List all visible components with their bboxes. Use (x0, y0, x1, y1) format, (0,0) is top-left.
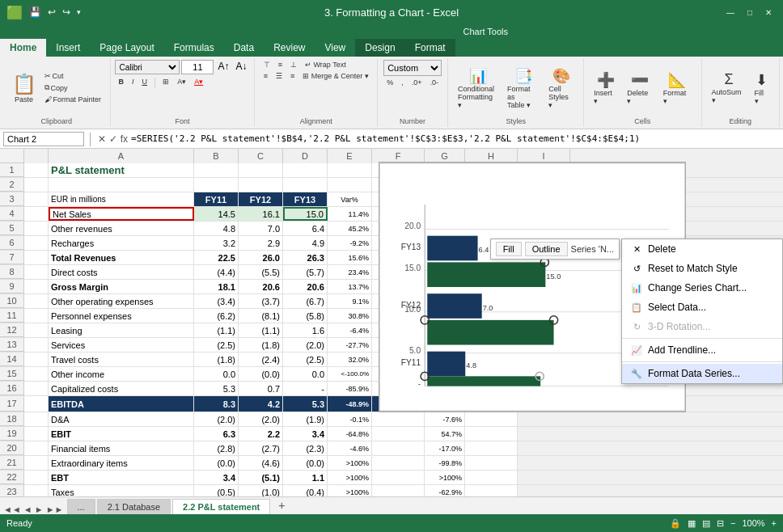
cell-E17[interactable]: 5.3 (283, 396, 328, 412)
row-header-6[interactable]: 6 (0, 236, 24, 250)
cell-A8[interactable] (24, 265, 49, 279)
ctx-select-data[interactable]: 📋 Select Data... (622, 298, 782, 317)
cell-B16[interactable]: Capitalized costs (49, 382, 194, 395)
outline-button[interactable]: Outline (525, 242, 568, 256)
cell-I22[interactable] (465, 471, 518, 484)
cell-B3[interactable]: EUR in millions (49, 192, 194, 206)
cell-E12[interactable]: 1.6 (283, 323, 328, 337)
italic-button[interactable]: I (129, 77, 138, 87)
sheet-tab-database[interactable]: 2.1 Database (97, 499, 171, 514)
tab-insert[interactable]: Insert (46, 39, 90, 57)
cell-A17[interactable] (24, 396, 49, 412)
tab-page-layout[interactable]: Page Layout (90, 39, 163, 57)
ctx-change-chart-type[interactable]: 📊 Change Series Chart... (622, 278, 782, 298)
font-size-input[interactable] (181, 60, 214, 74)
close-button[interactable]: ✕ (760, 8, 777, 17)
cell-C15[interactable]: 0.0 (194, 367, 239, 381)
cell-H22[interactable]: >100% (425, 471, 465, 484)
cell-E13[interactable]: (2.0) (283, 338, 328, 352)
row-header-1[interactable]: 1 (0, 163, 24, 177)
sheet-nav[interactable]: ◄◄ ◄ ► ►► (0, 505, 67, 514)
number-format-select[interactable]: Custom (383, 60, 442, 76)
cell-F12[interactable]: -6.4% (328, 323, 372, 337)
cell-F9[interactable]: 13.7% (328, 280, 372, 293)
cell-E5[interactable]: 6.4 (283, 222, 328, 235)
zoom-out-button[interactable]: − (730, 518, 735, 528)
cell-D2[interactable] (239, 178, 283, 192)
col-header-C[interactable]: C (239, 149, 283, 163)
cell-E21[interactable]: (0.0) (283, 456, 328, 470)
cell-E1[interactable] (283, 163, 328, 177)
cell-I20[interactable] (465, 441, 518, 455)
cell-B18[interactable]: D&A (49, 412, 194, 426)
cell-C13[interactable]: (2.5) (194, 338, 239, 352)
cell-G21[interactable] (372, 456, 425, 470)
row-header-22[interactable]: 22 (0, 471, 24, 484)
cell-C5[interactable]: 4.8 (194, 222, 239, 235)
ctx-delete[interactable]: ✕ Delete (622, 239, 782, 259)
cell-B5[interactable]: Other revenues (49, 222, 194, 235)
cancel-formula-icon[interactable]: ✕ (98, 133, 106, 145)
cell-F5[interactable]: 45.2% (328, 222, 372, 235)
row-header-20[interactable]: 20 (0, 441, 24, 455)
quick-save-icon[interactable]: 💾 (29, 6, 41, 18)
cell-A14[interactable] (24, 353, 49, 366)
tab-view[interactable]: View (315, 39, 355, 57)
tab-data[interactable]: Data (224, 39, 264, 57)
cell-C22[interactable]: 3.4 (194, 471, 239, 484)
cell-D1[interactable] (239, 163, 283, 177)
cell-A21[interactable] (24, 456, 49, 470)
cell-C7[interactable]: 22.5 (194, 251, 239, 264)
cell-E14[interactable]: (2.5) (283, 353, 328, 366)
cell-C10[interactable]: (3.4) (194, 294, 239, 308)
cell-B2[interactable] (49, 178, 194, 192)
cell-D3[interactable]: FY12 (239, 192, 283, 206)
row-header-5[interactable]: 5 (0, 222, 24, 235)
ctx-reset-style[interactable]: ↺ Reset to Match Style (622, 259, 782, 278)
cell-C3[interactable]: FY11 (194, 192, 239, 206)
cell-C1[interactable] (194, 163, 239, 177)
cell-E11[interactable]: (5.8) (283, 309, 328, 323)
cell-B8[interactable]: Direct costs (49, 265, 194, 279)
font-color-button[interactable]: A▾ (191, 77, 206, 87)
cell-F7[interactable]: 15.6% (328, 251, 372, 264)
cell-A22[interactable] (24, 471, 49, 484)
cell-G20[interactable] (372, 441, 425, 455)
cell-A6[interactable] (24, 236, 49, 250)
tab-design[interactable]: Design (355, 39, 404, 57)
cell-B22[interactable]: EBT (49, 471, 194, 484)
cell-F8[interactable]: 23.4% (328, 265, 372, 279)
cell-E18[interactable]: (1.9) (283, 412, 328, 426)
cell-A4[interactable] (24, 207, 49, 221)
cell-A18[interactable] (24, 412, 49, 426)
sheet-tab-pnl[interactable]: 2.2 P&L statement (172, 499, 270, 514)
cell-D9[interactable]: 20.6 (239, 280, 283, 293)
cell-G18[interactable] (372, 412, 425, 426)
row-header-4[interactable]: 4 (0, 207, 24, 221)
format-as-table-button[interactable]: 📑 Format asTable ▾ (504, 65, 542, 111)
cell-F21[interactable]: >100% (328, 456, 372, 470)
cell-G22[interactable] (372, 471, 425, 484)
autosum-button[interactable]: Σ AutoSum ▾ (709, 70, 750, 106)
cell-E20[interactable]: (2.3) (283, 441, 328, 455)
paste-button[interactable]: 📋 Paste (9, 71, 40, 105)
sheet-tab-ellipsis[interactable]: ... (67, 499, 95, 514)
fill-button[interactable]: ⬇ Fill ▾ (751, 70, 772, 107)
decrease-decimal-button[interactable]: .0- (426, 78, 442, 87)
cell-A1[interactable] (24, 163, 49, 177)
cell-C12[interactable]: (1.1) (194, 323, 239, 337)
align-middle-button[interactable]: ≡ (275, 60, 286, 70)
cell-D22[interactable]: (5.1) (239, 471, 283, 484)
add-sheet-button[interactable]: + (272, 496, 291, 514)
cell-A2[interactable] (24, 178, 49, 192)
cell-D11[interactable]: (8.1) (239, 309, 283, 323)
underline-button[interactable]: U (139, 77, 151, 87)
cell-G19[interactable] (372, 427, 425, 441)
cell-F14[interactable]: 32.0% (328, 353, 372, 366)
cell-B11[interactable]: Personnel expenses (49, 309, 194, 323)
cell-E9[interactable]: 20.6 (283, 280, 328, 293)
cell-D4[interactable]: 16.1 (239, 207, 283, 221)
ctx-format-data-series[interactable]: 🔧 Format Data Series... (622, 364, 782, 383)
cell-F1[interactable] (328, 163, 372, 177)
cell-F19[interactable]: -64.8% (328, 427, 372, 441)
